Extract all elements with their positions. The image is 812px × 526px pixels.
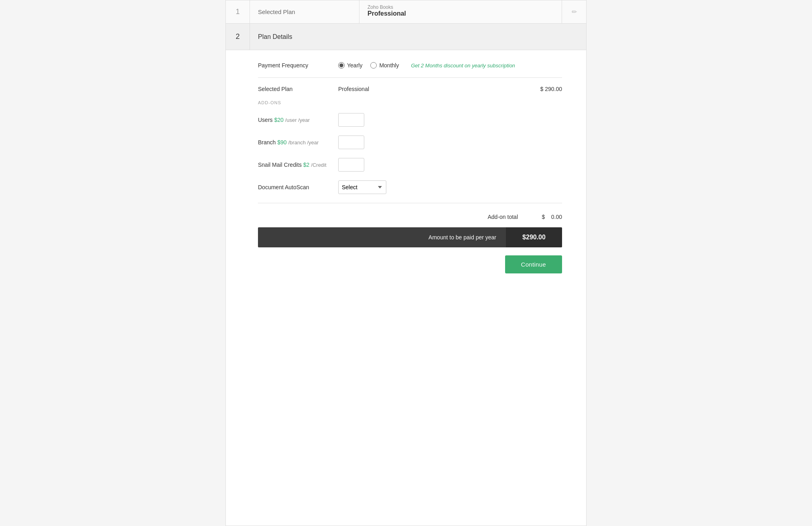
- yearly-radio[interactable]: [338, 62, 345, 69]
- button-row: Continue: [258, 255, 562, 273]
- users-unit: /user /year: [285, 117, 310, 123]
- step1-plan-name: Professional: [367, 10, 554, 17]
- divider-1: [258, 77, 562, 78]
- users-addon-row: Users $20 /user /year: [258, 113, 562, 127]
- selected-plan-label: Selected Plan: [258, 86, 338, 92]
- snailmail-addon-row: Snail Mail Credits $2 /Credit: [258, 158, 562, 172]
- step1-edit-area[interactable]: ✏: [562, 0, 586, 23]
- users-label: Users: [258, 117, 273, 123]
- yearly-label: Yearly: [347, 62, 362, 69]
- users-input[interactable]: [338, 113, 364, 127]
- selected-plan-price: $ 290.00: [522, 86, 562, 92]
- step2-header: 2 Plan Details: [226, 24, 586, 50]
- monthly-label: Monthly: [379, 62, 399, 69]
- autoscan-select[interactable]: Select 5 Credits 10 Credits 25 Credits 5…: [338, 180, 386, 194]
- discount-text: Get 2 Months discount on yearly subscrip…: [411, 63, 515, 69]
- autoscan-addon-name: Document AutoScan: [258, 184, 338, 190]
- amount-bar-label: Amount to be paid per year: [258, 227, 506, 247]
- step1-title-area: Selected Plan: [250, 0, 359, 23]
- users-price: $20: [274, 117, 283, 123]
- addon-total-label: Add-on total: [488, 214, 518, 220]
- payment-frequency-label: Payment Frequency: [258, 62, 338, 69]
- snailmail-addon-name: Snail Mail Credits $2 /Credit: [258, 162, 338, 168]
- step1-app-name: Zoho Books: [367, 4, 554, 10]
- branch-input[interactable]: [338, 136, 364, 149]
- branch-unit: /branch /year: [288, 140, 319, 146]
- step1-plan-info: Zoho Books Professional: [359, 0, 562, 23]
- selected-plan-row: Selected Plan Professional $ 290.00: [258, 86, 562, 92]
- radio-group: Yearly Monthly Get 2 Months discount on …: [338, 62, 562, 69]
- content-area: Payment Frequency Yearly Monthly Get 2 M…: [226, 50, 586, 285]
- amount-bar: Amount to be paid per year $290.00: [258, 227, 562, 247]
- snailmail-input[interactable]: [338, 158, 364, 172]
- amount-bar-value: $290.00: [506, 227, 562, 247]
- payment-frequency-row: Payment Frequency Yearly Monthly Get 2 M…: [258, 62, 562, 69]
- snailmail-price: $2: [303, 162, 310, 168]
- addon-total-amount: 0.00: [551, 214, 562, 220]
- addon-total-row: Add-on total $ 0.00: [258, 210, 562, 224]
- totals-section: Add-on total $ 0.00 Amount to be paid pe…: [258, 203, 562, 273]
- step1-header: 1 Selected Plan Zoho Books Professional …: [226, 0, 586, 24]
- payment-frequency-options: Yearly Monthly Get 2 Months discount on …: [338, 62, 562, 69]
- addons-section: ADD-ONS Users $20 /user /year Branch $90…: [258, 100, 562, 194]
- monthly-option[interactable]: Monthly: [370, 62, 399, 69]
- addon-total-currency: $: [542, 214, 545, 220]
- step2-title: Plan Details: [250, 25, 300, 49]
- branch-addon-row: Branch $90 /branch /year: [258, 136, 562, 149]
- autoscan-addon-row: Document AutoScan Select 5 Credits 10 Cr…: [258, 180, 562, 194]
- edit-icon: ✏: [572, 8, 577, 16]
- selected-plan-name: Professional: [338, 86, 522, 92]
- page-container: 1 Selected Plan Zoho Books Professional …: [225, 0, 587, 526]
- snailmail-label: Snail Mail Credits: [258, 162, 302, 168]
- addon-total-value: $ 0.00: [530, 214, 562, 220]
- branch-addon-name: Branch $90 /branch /year: [258, 139, 338, 146]
- step1-title: Selected Plan: [258, 8, 295, 15]
- monthly-radio[interactable]: [370, 62, 377, 69]
- branch-label: Branch: [258, 139, 276, 146]
- users-addon-name: Users $20 /user /year: [258, 117, 338, 123]
- step1-number: 1: [226, 0, 250, 23]
- autoscan-label: Document AutoScan: [258, 184, 309, 190]
- step2-number: 2: [226, 24, 250, 50]
- branch-price: $90: [277, 139, 286, 146]
- yearly-option[interactable]: Yearly: [338, 62, 362, 69]
- snailmail-unit: /Credit: [311, 162, 326, 168]
- addons-label: ADD-ONS: [258, 100, 562, 105]
- continue-button[interactable]: Continue: [505, 255, 562, 273]
